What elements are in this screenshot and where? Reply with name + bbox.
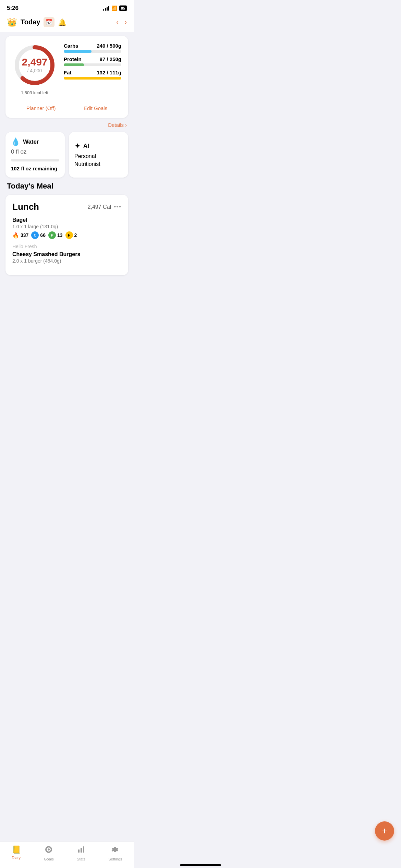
- meal-options-button[interactable]: •••: [114, 203, 121, 210]
- protein-values: 87 / 250g: [100, 56, 121, 62]
- fat-badge-value: 2: [74, 232, 77, 238]
- protein-bar-bg: [64, 63, 121, 66]
- fat-bar-fill: [64, 77, 121, 80]
- status-time: 5:26: [7, 5, 19, 12]
- signal-icon: [103, 6, 109, 11]
- header-title: Today: [21, 18, 40, 26]
- fat-badge-icon: F: [65, 231, 73, 239]
- card-actions: Planner (Off) Edit Goals: [12, 101, 121, 111]
- food-macros: 🔥 337 C 66 P 13 F 2: [12, 231, 121, 239]
- carbs-badge: C 66: [31, 231, 46, 239]
- widget-row: 💧 Water 0 fl oz 102 fl oz remaining ✦ AI…: [5, 132, 128, 178]
- macro-section: Carbs 240 / 500g Protein: [64, 43, 121, 80]
- details-row: Details ›: [5, 122, 128, 128]
- details-label: Details: [108, 122, 124, 128]
- calorie-count: 2,497: [22, 57, 47, 67]
- protein-badge-value: 13: [57, 232, 63, 238]
- protein-label: Protein: [64, 56, 82, 62]
- food-portion: 1.0 x 1 large (131.0g): [12, 224, 121, 229]
- calorie-value: 337: [21, 232, 28, 238]
- status-icons: 📶 85: [103, 5, 127, 11]
- header-right: ‹ ›: [116, 18, 127, 27]
- water-title: Water: [23, 138, 39, 145]
- details-link[interactable]: Details ›: [108, 122, 127, 128]
- status-bar: 5:26 📶 85: [0, 0, 134, 14]
- carbs-bar-bg: [64, 50, 121, 53]
- water-amount: 0 fl oz: [11, 148, 59, 155]
- calorie-donut: 2,497 / 4,000 1,503 kcal left: [12, 43, 57, 95]
- wifi-icon: 📶: [111, 5, 117, 11]
- food-portion: 2.0 x 1 burger (464.0g): [12, 258, 121, 264]
- crown-icon: 👑: [7, 17, 17, 27]
- fat-values: 132 / 111g: [97, 70, 121, 75]
- fat-label: Fat: [64, 70, 72, 75]
- fat-badge: F 2: [65, 231, 77, 239]
- planner-button[interactable]: Planner (Off): [26, 105, 56, 111]
- food-item: Hello Fresh Cheesy Smashed Burgers 2.0 x…: [12, 244, 121, 264]
- ai-widget[interactable]: ✦ AI Personal Nutritionist: [69, 132, 128, 178]
- donut-center: 2,497 / 4,000: [22, 57, 47, 73]
- todays-meal-title: Today's Meal: [5, 182, 128, 191]
- header-left: 👑 Today 📅 🔔: [7, 17, 66, 27]
- bell-icon[interactable]: 🔔: [58, 18, 66, 26]
- water-bar-bg: [11, 159, 59, 161]
- carbs-badge-value: 66: [40, 232, 46, 238]
- meal-card: Lunch 2,497 Cal ••• Bagel 1.0 x 1 large …: [5, 195, 128, 275]
- protein-bar-fill: [64, 63, 84, 66]
- carbs-row: Carbs 240 / 500g: [64, 43, 121, 53]
- carbs-bar-fill: [64, 50, 92, 53]
- water-widget[interactable]: 💧 Water 0 fl oz 102 fl oz remaining: [5, 132, 65, 178]
- battery-indicator: 85: [119, 5, 127, 11]
- calorie-badge: 🔥 337: [12, 232, 28, 239]
- fat-bar-bg: [64, 77, 121, 80]
- details-arrow: ›: [125, 122, 127, 128]
- calorie-total: / 4,000: [22, 68, 47, 73]
- calendar-icon[interactable]: 📅: [44, 17, 54, 27]
- protein-row: Protein 87 / 250g: [64, 56, 121, 66]
- fire-icon: 🔥: [12, 232, 19, 239]
- carbs-label: Carbs: [64, 43, 78, 49]
- food-item: Bagel 1.0 x 1 large (131.0g) 🔥 337 C 66 …: [12, 217, 121, 239]
- header: 👑 Today 📅 🔔 ‹ ›: [0, 14, 134, 32]
- food-name: Bagel: [12, 217, 121, 223]
- food-source: Hello Fresh: [12, 244, 121, 249]
- carbs-values: 240 / 500g: [97, 43, 121, 49]
- protein-badge: P 13: [48, 231, 63, 239]
- fat-row: Fat 132 / 111g: [64, 70, 121, 80]
- nutrition-main: 2,497 / 4,000 1,503 kcal left Carbs 240 …: [12, 43, 121, 95]
- prev-day-button[interactable]: ‹: [116, 18, 119, 27]
- meal-calories: 2,497 Cal: [88, 204, 111, 210]
- sparkle-icon: ✦: [74, 142, 81, 150]
- meal-name: Lunch: [12, 202, 39, 212]
- food-name: Cheesy Smashed Burgers: [12, 251, 121, 257]
- nutrition-card: 2,497 / 4,000 1,503 kcal left Carbs 240 …: [5, 36, 128, 118]
- next-day-button[interactable]: ›: [124, 18, 127, 27]
- protein-badge-icon: P: [48, 231, 56, 239]
- scroll-area: 2,497 / 4,000 1,503 kcal left Carbs 240 …: [0, 32, 134, 314]
- water-drop-icon: 💧: [11, 137, 20, 146]
- ai-title: AI: [83, 143, 89, 149]
- ai-subtitle: Personal Nutritionist: [74, 153, 123, 168]
- meal-header: Lunch 2,497 Cal •••: [12, 202, 121, 212]
- carbs-badge-icon: C: [31, 231, 39, 239]
- edit-goals-button[interactable]: Edit Goals: [84, 105, 107, 111]
- water-remaining: 102 fl oz remaining: [11, 165, 59, 172]
- kcal-remaining: 1,503 kcal left: [12, 90, 57, 95]
